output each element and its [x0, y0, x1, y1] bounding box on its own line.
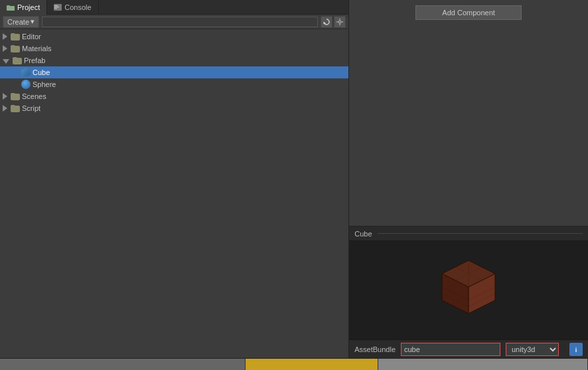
- tree-item-sphere-label: Sphere: [33, 80, 56, 88]
- inspector-top: Add Component: [349, 0, 588, 226]
- svg-text:i: i: [575, 347, 577, 353]
- settings-icon: [336, 19, 343, 25]
- preview-title: Cube: [354, 230, 372, 238]
- status-right: [378, 359, 588, 371]
- status-amber: [246, 359, 378, 371]
- file-tree: Editor Materials Prefab Cube: [0, 29, 348, 358]
- console-icon: [54, 4, 62, 11]
- svg-rect-4: [54, 7, 59, 7]
- settings-icon-btn[interactable]: [334, 16, 346, 28]
- svg-rect-1: [7, 5, 10, 7]
- tree-item-materials-label: Materials: [22, 45, 52, 52]
- expand-arrow-editor: [3, 33, 7, 40]
- preview-section: Cube: [349, 226, 588, 358]
- expand-arrow-scenes: [3, 93, 7, 100]
- right-panel: Add Component Cube: [349, 0, 588, 358]
- assetbundle-label: AssetBundle: [354, 345, 396, 353]
- folder-icon-materials: [11, 45, 20, 52]
- preview-header-line: [378, 233, 583, 234]
- refresh-icon: [323, 19, 330, 25]
- folder-icon-prefab: [13, 57, 22, 64]
- cube-preview: [429, 254, 508, 327]
- tree-item-scenes-label: Scenes: [22, 92, 46, 100]
- tab-project[interactable]: Project: [0, 0, 47, 15]
- folder-icon-editor: [11, 33, 20, 41]
- status-bar: [0, 358, 588, 370]
- create-label: Create: [7, 18, 29, 26]
- assetbundle-variant-select[interactable]: unity3d android ios: [506, 343, 559, 356]
- dropdown-arrow: ▾: [31, 17, 35, 26]
- status-left: [0, 359, 246, 371]
- expand-arrow-prefab: [3, 59, 9, 64]
- tree-item-cube[interactable]: Cube: [0, 66, 348, 78]
- assetbundle-info-icon[interactable]: i: [569, 343, 583, 356]
- folder-icon-scenes: [11, 93, 20, 100]
- expand-arrow-materials: [3, 45, 7, 52]
- tree-item-script-label: Script: [22, 104, 40, 112]
- preview-header: Cube: [349, 227, 588, 241]
- tree-item-sphere[interactable]: Sphere: [0, 78, 348, 90]
- main-layout: Project Console Create ▾: [0, 0, 588, 358]
- add-component-label: Add Component: [442, 9, 495, 17]
- tree-item-scenes[interactable]: Scenes: [0, 90, 348, 102]
- info-icon: i: [571, 345, 581, 354]
- toolbar-icons: [321, 16, 346, 28]
- tree-item-editor-label: Editor: [22, 33, 41, 41]
- tree-item-editor[interactable]: Editor: [0, 31, 348, 43]
- svg-rect-5: [54, 8, 57, 9]
- tree-item-script[interactable]: Script: [0, 102, 348, 114]
- tree-item-materials[interactable]: Materials: [0, 43, 348, 54]
- search-input[interactable]: [42, 17, 318, 27]
- folder-icon-script: [11, 105, 20, 112]
- tab-project-label: Project: [17, 0, 40, 15]
- left-panel: Project Console Create ▾: [0, 0, 349, 358]
- tree-item-cube-label: Cube: [33, 68, 50, 76]
- folder-small-icon: [7, 4, 15, 11]
- svg-rect-3: [54, 5, 58, 6]
- tab-console[interactable]: Console: [47, 0, 98, 15]
- create-button[interactable]: Create ▾: [3, 16, 39, 28]
- preview-canvas: [349, 241, 588, 339]
- add-component-button[interactable]: Add Component: [415, 5, 522, 20]
- project-toolbar: Create ▾: [0, 15, 348, 29]
- tree-item-prefab[interactable]: Prefab: [0, 54, 348, 66]
- prefab-cube-icon: [21, 68, 31, 77]
- expand-arrow-script: [3, 105, 7, 112]
- tab-bar: Project Console: [0, 0, 348, 15]
- assetbundle-bar: AssetBundle unity3d android ios i: [349, 339, 588, 358]
- tab-console-label: Console: [64, 0, 91, 15]
- prefab-sphere-icon: [21, 80, 31, 89]
- refresh-icon-btn[interactable]: [321, 16, 332, 28]
- tree-item-prefab-label: Prefab: [24, 56, 45, 64]
- assetbundle-input[interactable]: [401, 343, 500, 356]
- svg-point-7: [338, 21, 341, 23]
